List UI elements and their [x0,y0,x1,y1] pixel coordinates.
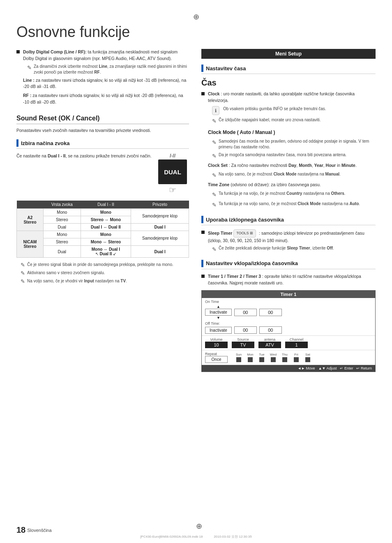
time-zone-text: Time Zone (odvisno od države): za izbiro… [208,182,376,188]
off-time-h: 00 [234,326,257,334]
volume-col: Volume 10 [205,337,228,348]
pencil-icon-r4: ✎ [212,171,217,180]
uporaba-section-heading: Uporaba izklopnega časovnika [201,216,376,225]
nastavitev-casa-section: Nastavitev časa [201,65,376,74]
pencil-icon-r1: ✎ [212,117,217,125]
cable-note-text: Če izključite napajalni kabel, morate ur… [219,117,376,123]
nicam-group-label: NICAMStereo [17,231,44,258]
timer-box: Timer 1 On Time ▲ Inactivate ▼ 00 00 Off… [201,290,376,372]
timer-title-bar: Timer 1 [202,291,375,298]
line-label: Line : [23,78,35,83]
a2-mono-vrsta: Mono [43,209,81,216]
dual-visual: I-II DUAL ☞ [158,153,187,195]
arrow-up-on: ▲ [217,305,220,309]
line-text: Line : za nastavitev ravni izhoda signal… [23,77,189,90]
pencil-icon-r7: ✎ [212,245,217,254]
blue-bar-vklop [201,260,203,267]
clock-mode-note1-text: Samodejni čas morda ne bo pravilen, odvi… [219,139,376,150]
sleep-timer-content: Sleep Timer TOOLS ⊞ : samodejno izklopi … [208,229,376,256]
source-label: Source [237,337,249,342]
timer-nav-bar: ◄► Move ▲▼ Adjust ↵ Enter ↩ Return [202,365,375,372]
cas-heading: Čas [201,78,376,88]
dual-box: DUAL [158,159,187,184]
pencil-icon-r3: ✎ [212,152,217,160]
pencil-icon: ✎ [27,64,32,72]
time-zone-note2-item: ✎ Ta funkcija je na voljo samo, če je mo… [208,201,376,209]
note-stereo-weak-text: Če je stereo signal šibak in pride do sa… [27,262,189,268]
sq-thu [282,357,287,362]
blue-bar [16,139,18,147]
repeat-label: Repeat [205,352,228,356]
volume-val: 10 [205,342,228,348]
clock-set-note-text: Na voljo samo, če je možnost Clock Mode … [219,171,376,177]
page-footer: 18 Slovenščina [16,525,52,535]
info-badge: ℹ [212,106,219,116]
nastavitev-casa-heading: Nastavitev časa [206,65,246,72]
channel-label: Channel [290,337,304,342]
sleep-timer-note-text: Če želite preklicati delovanje funkcije … [219,245,376,251]
off-time-label: Off Time: [205,321,372,326]
info-symbol: ℹ [215,107,217,114]
blue-bar-right [201,65,203,72]
sound-reset-heading: Sound Reset (OK / Cancel) [16,115,189,124]
sq-sun [236,357,241,362]
time-zone-note1-text: Ta funkcija je na voljo, če je možnost C… [219,191,376,196]
nav-move: ◄► Move [297,366,315,370]
clock-bullet-square [201,92,205,95]
dolby-content: Dolby Digital Comp (Line / RF): ta funkc… [23,49,189,108]
nicam-mono-dual: Mono [81,231,131,238]
off-time-m: 00 [259,326,282,334]
table-header-privzeto: Privzeto [131,201,189,209]
day-tue: Tue [257,353,266,356]
antenna-val: ATV [258,342,281,348]
note-stereo-weak: ✎ Če je stereo signal šibak in pride do … [16,262,189,268]
time-zone-note2-text: Ta funkcija je na voljo samo, če je možn… [219,201,376,207]
note-input-tv-text: Na voljo samo, če je vhodni vir Input na… [27,278,189,284]
page-language: Slovenščina [27,528,51,533]
sleep-timer-bullet-item: Sleep Timer TOOLS ⊞ : samodejno izklopi … [201,229,376,256]
on-time-label: On Time [205,300,372,304]
page-number: 18 [16,525,25,535]
source-val: TV [232,342,254,348]
repeat-row: Repeat Once Sun Mon Tue Wed Thu Fri Sat [202,350,375,365]
pencil-icon-1: ✎ [21,262,25,268]
note-input-tv: ✎ Na voljo samo, če je vhodni vir Input … [16,278,189,284]
a2-group-label: A2Stereo [17,209,44,231]
a2-mono-privzeto: Samodejenpre klop [131,209,189,224]
arrow-down-on: ▼ [217,316,220,320]
day-sun: Sun [234,353,243,356]
rf-label: RF : [23,93,31,98]
uporaba-heading: Uporaba izklopnega časovnika [206,217,284,223]
table-row: A2Stereo Mono Mono Samodejenpre klop [17,209,189,216]
antenna-label: antena [264,337,276,342]
clock-bullet-item: Clock : uro morate nastaviti, da lahko u… [201,91,376,211]
source-col: Source TV [232,337,254,348]
pencil-icon-3: ✎ [21,278,25,284]
repeat-val: Once [205,356,228,363]
day-thu: Thu [280,353,289,356]
on-time-h: 00 [234,309,257,316]
antenna-col: antena ATV [258,337,281,348]
table-row: NICAMStereo Mono Mono Samodejenpre klop [17,231,189,238]
dual-text: Če nastavite na Dual I - II, se na zaslo… [16,153,156,162]
info-note-text: Ob vsakem pritisku gumba INFO se prikaže… [223,106,376,112]
tools-badge: TOOLS ⊞ [233,229,256,238]
crosshair-bottom: ⊕ [196,522,202,531]
clock-mode-note2-item: ✎ Da je mogoča samodejna nastavitev časa… [208,152,376,160]
table-header-group [17,201,44,209]
dual-container: Če nastavite na Dual I - II, se na zaslo… [16,153,189,195]
nicam-stereo-dual: Mono ↔ Stereo [81,238,131,246]
file-footer: [PC430-Euro]BN68-02692A-00L09.indb 18 20… [0,534,392,539]
dolby-bullet: Dolby Digital Comp (Line / RF): ta funkc… [16,49,189,108]
nicam-stereo-vrsta: Stereo [43,238,81,246]
a2-stereo-dual: Stereo ↔ Mono [81,216,131,224]
timer-bullet-content: Timer 1 / Timer 2 / Timer 3 : opravite l… [208,273,376,287]
clock-mode-note2-text: Da je mogoča samodejna nastavitev časa, … [219,152,376,158]
dual-symbol: I-II [170,153,175,159]
meni-setup-banner: Meni Setup [201,49,376,59]
day-wed: Wed [269,353,278,356]
a2-stereo-vrsta: Stereo [43,216,81,224]
sound-reset-text: Ponastavitev vseh zvočnih nastavitev na … [16,127,189,134]
on-time-inactivate: ▲ Inactivate ▼ [205,305,232,320]
repeat-col: Repeat Once [205,352,228,363]
